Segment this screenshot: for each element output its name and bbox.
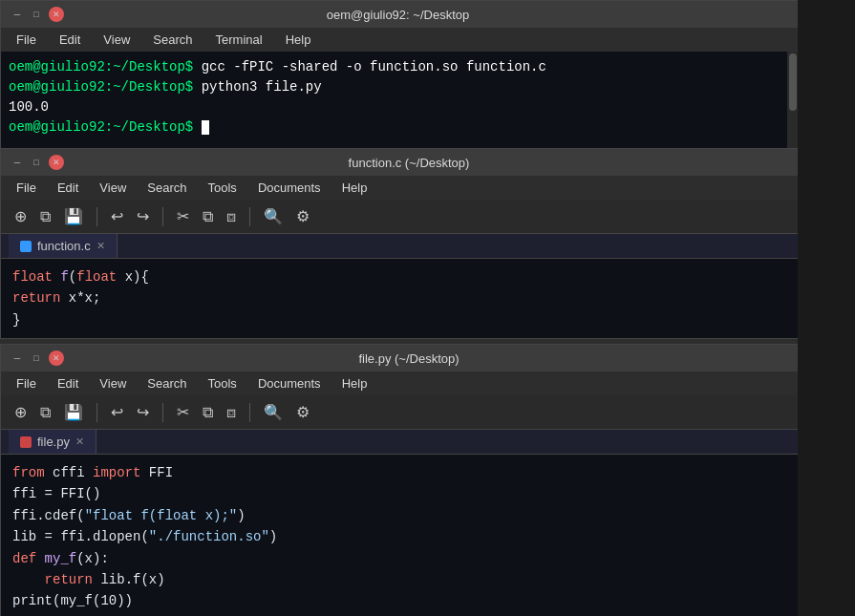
code-token: ( bbox=[69, 269, 76, 285]
fp-tb-find[interactable]: 🔍 bbox=[260, 401, 287, 423]
code-token: f bbox=[60, 269, 68, 285]
function-c-menubar: File Edit View Search Tools Documents He… bbox=[1, 176, 821, 200]
fp-tb-new[interactable]: ⊕ bbox=[11, 401, 31, 423]
file-py-maximize[interactable]: □ bbox=[30, 351, 43, 365]
code-token: print(my_f(10)) bbox=[12, 593, 133, 608]
file-py-close[interactable]: ✕ bbox=[49, 350, 64, 366]
terminal-line-3: 100.0 bbox=[9, 97, 791, 117]
fc-menu-edit[interactable]: Edit bbox=[53, 180, 82, 196]
menu-terminal[interactable]: Terminal bbox=[212, 32, 267, 48]
code-line-fc-2: return x*x; bbox=[12, 287, 809, 308]
fp-tb-copy[interactable]: ⧉ bbox=[199, 402, 217, 423]
code-token: ) bbox=[269, 529, 277, 544]
terminal-cmd-1: gcc -fPIC -shared -o function.so functio… bbox=[193, 59, 546, 74]
fc-menu-tools[interactable]: Tools bbox=[204, 180, 241, 196]
file-py-tab[interactable]: file.py ✕ bbox=[9, 430, 96, 454]
function-c-tab-label: function.c bbox=[37, 239, 91, 253]
minimize-button[interactable]: ─ bbox=[11, 8, 24, 21]
function-c-maximize[interactable]: □ bbox=[30, 156, 43, 169]
code-line-py-3: ffi.cdef("float f(float x);") bbox=[12, 505, 809, 526]
terminal-line-1: oem@giulio92:~/Desktop$ gcc -fPIC -share… bbox=[9, 57, 791, 77]
fp-menu-file[interactable]: File bbox=[12, 375, 40, 392]
fc-menu-documents[interactable]: Documents bbox=[254, 180, 325, 196]
tb-paste[interactable]: ⧈ bbox=[223, 206, 240, 227]
fp-tb-undo[interactable]: ↩ bbox=[107, 401, 127, 423]
fc-menu-search[interactable]: Search bbox=[143, 180, 190, 196]
code-token: return bbox=[45, 572, 101, 587]
fp-menu-help[interactable]: Help bbox=[338, 375, 372, 392]
fc-menu-file[interactable]: File bbox=[12, 180, 40, 196]
terminal-cmd-3 bbox=[193, 119, 201, 135]
fp-tb-sep-1 bbox=[96, 403, 97, 422]
code-token: my_f bbox=[45, 551, 77, 566]
file-py-title: file.py (~/Desktop) bbox=[64, 351, 754, 366]
fp-menu-tools[interactable]: Tools bbox=[204, 375, 241, 392]
terminal-prompt-3: oem@giulio92:~/Desktop$ bbox=[9, 119, 193, 135]
function-c-titlebar: ─ □ ✕ function.c (~/Desktop) bbox=[1, 149, 821, 176]
tb-find[interactable]: 🔍 bbox=[260, 205, 287, 227]
tb-save[interactable]: 💾 bbox=[60, 205, 87, 227]
fp-tb-copy-win[interactable]: ⧉ bbox=[36, 402, 54, 423]
code-token bbox=[12, 572, 45, 587]
code-token: lib.f(x) bbox=[100, 572, 164, 587]
tb-sep-3 bbox=[249, 207, 250, 226]
menu-help[interactable]: Help bbox=[282, 32, 315, 48]
file-py-menubar: File Edit View Search Tools Documents He… bbox=[1, 372, 821, 395]
file-py-titlebar: ─ □ ✕ file.py (~/Desktop) bbox=[1, 345, 821, 372]
fc-menu-view[interactable]: View bbox=[96, 180, 130, 196]
code-line-py-2: ffi = FFI() bbox=[12, 483, 809, 504]
code-token: FFI bbox=[149, 465, 173, 480]
tb-copy-win[interactable]: ⧉ bbox=[36, 206, 54, 227]
code-token: "./function.so" bbox=[149, 529, 269, 544]
maximize-button[interactable]: □ bbox=[30, 8, 43, 21]
code-line-py-5: def my_f(x): bbox=[12, 548, 809, 569]
fp-tb-save[interactable]: 💾 bbox=[60, 401, 87, 423]
tb-redo[interactable]: ↪ bbox=[133, 205, 153, 227]
fp-menu-edit[interactable]: Edit bbox=[53, 375, 82, 392]
fp-tb-cut[interactable]: ✂ bbox=[173, 401, 193, 423]
function-c-tab[interactable]: function.c ✕ bbox=[9, 234, 118, 258]
terminal-prompt-2: oem@giulio92:~/Desktop$ bbox=[9, 79, 193, 95]
file-py-controls: ─ □ ✕ bbox=[11, 350, 64, 366]
file-py-minimize[interactable]: ─ bbox=[11, 351, 24, 365]
code-token: "float f(float x);" bbox=[85, 508, 238, 523]
menu-edit[interactable]: Edit bbox=[55, 32, 84, 48]
code-line-py-1: from cffi import FFI bbox=[12, 462, 809, 483]
terminal-scroll-thumb bbox=[789, 53, 797, 111]
tb-cut[interactable]: ✂ bbox=[173, 205, 193, 227]
py-file-icon bbox=[20, 436, 32, 448]
file-py-tab-close[interactable]: ✕ bbox=[75, 435, 84, 448]
terminal-line-4: oem@giulio92:~/Desktop$ bbox=[9, 117, 791, 138]
right-panel bbox=[798, 0, 855, 616]
terminal-prompt-1: oem@giulio92:~/Desktop$ bbox=[9, 59, 193, 74]
code-token: ffi.cdef( bbox=[12, 508, 85, 523]
code-token: ) bbox=[237, 508, 245, 523]
fc-menu-help[interactable]: Help bbox=[338, 180, 372, 196]
file-py-tabbar: file.py ✕ bbox=[1, 430, 821, 455]
function-c-minimize[interactable]: ─ bbox=[11, 156, 24, 169]
fp-tb-redo[interactable]: ↪ bbox=[133, 401, 153, 423]
code-token: (x): bbox=[76, 551, 109, 566]
code-token: float bbox=[76, 269, 124, 285]
tb-undo[interactable]: ↩ bbox=[107, 205, 127, 227]
fp-menu-search[interactable]: Search bbox=[143, 375, 190, 392]
fp-menu-documents[interactable]: Documents bbox=[254, 375, 325, 392]
code-token: lib = ffi.dlopen( bbox=[12, 529, 149, 544]
fp-tb-settings[interactable]: ⚙ bbox=[292, 401, 313, 423]
fp-tb-sep-2 bbox=[162, 403, 163, 422]
code-token: ffi = FFI() bbox=[12, 486, 100, 501]
function-c-tab-close[interactable]: ✕ bbox=[96, 240, 105, 252]
tb-new[interactable]: ⊕ bbox=[11, 205, 31, 227]
menu-file[interactable]: File bbox=[12, 32, 40, 48]
fp-tb-paste[interactable]: ⧈ bbox=[223, 402, 240, 423]
function-c-content: float f(float x){ return x*x; } bbox=[1, 259, 821, 338]
tb-settings[interactable]: ⚙ bbox=[292, 205, 313, 227]
close-button[interactable]: ✕ bbox=[49, 7, 64, 22]
menu-search[interactable]: Search bbox=[149, 32, 196, 48]
function-c-close[interactable]: ✕ bbox=[49, 155, 64, 170]
file-py-toolbar: ⊕ ⧉ 💾 ↩ ↪ ✂ ⧉ ⧈ 🔍 ⚙ bbox=[1, 395, 821, 430]
menu-view[interactable]: View bbox=[99, 32, 134, 48]
fp-menu-view[interactable]: View bbox=[96, 375, 130, 392]
tb-copy[interactable]: ⧉ bbox=[199, 206, 217, 227]
code-token: x*x; bbox=[69, 290, 101, 306]
